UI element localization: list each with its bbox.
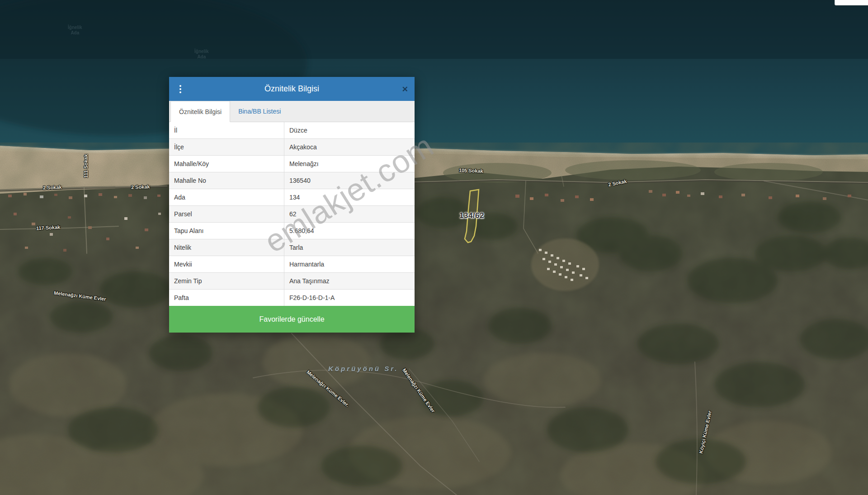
map-viewport: İğnelikAda İğnelikAda 111 Sokak 2 Sokak … — [0, 0, 868, 495]
row-label: Mevkii — [169, 256, 284, 273]
modal-tabs: Öznitelik Bilgisi Bina/BB Listesi — [169, 101, 415, 122]
land-grain — [0, 143, 868, 495]
modal-title: Öznitelik Bilgisi — [264, 84, 319, 94]
table-row: Tapu Alanı5.680,64 — [169, 223, 415, 239]
parcel-number-label: 134/62 — [459, 211, 484, 220]
row-label: Ada — [169, 189, 284, 206]
row-label: İl — [169, 122, 284, 139]
row-label: Tapu Alanı — [169, 223, 284, 239]
row-label: Parsel — [169, 206, 284, 223]
faint-sea-label: İğnelikAda — [68, 25, 82, 36]
modal-header: Öznitelik Bilgisi ✕ — [169, 77, 415, 101]
tab-oznitelik-bilgisi[interactable]: Öznitelik Bilgisi — [170, 101, 230, 122]
attribute-table: İlDüzce İlçeAkçakoca Mahalle/KöyMelenağz… — [169, 122, 415, 306]
row-label: İlçe — [169, 139, 284, 156]
street-label-105-sokak: 105 Sokak — [459, 167, 483, 174]
table-row: Ada134 — [169, 189, 415, 206]
street-label-kopruyonu: Köprüyönü Sr. — [328, 365, 398, 372]
row-value: F26-D-16-D-1-A — [284, 290, 415, 306]
table-row: Zemin TipAna Taşınmaz — [169, 273, 415, 290]
close-icon[interactable]: ✕ — [402, 85, 408, 93]
street-label-2-sokak: 2 Sokak — [43, 184, 62, 190]
row-label: Nitelik — [169, 239, 284, 256]
cropped-toolbar-button[interactable] — [835, 0, 868, 5]
street-label-111-sokak: 111 Sokak — [83, 154, 89, 178]
table-row: PaftaF26-D-16-D-1-A — [169, 290, 415, 306]
table-row: Mahalle No136540 — [169, 172, 415, 189]
kebab-menu-icon[interactable] — [179, 85, 181, 93]
row-value: Tarla — [284, 239, 415, 256]
row-label: Mahalle No — [169, 172, 284, 189]
row-label: Mahalle/Köy — [169, 156, 284, 172]
row-label: Zemin Tip — [169, 273, 284, 290]
row-value: Akçakoca — [284, 139, 415, 156]
satellite-map[interactable] — [0, 0, 868, 495]
tab-bina-bb-listesi[interactable]: Bina/BB Listesi — [230, 101, 289, 122]
street-label-2-sokak: 2 Sokak — [131, 184, 150, 190]
table-row: Parsel62 — [169, 206, 415, 223]
table-row: İlçeAkçakoca — [169, 139, 415, 156]
row-value: 134 — [284, 189, 415, 206]
row-value: 136540 — [284, 172, 415, 189]
favorites-update-button[interactable]: Favorilerde güncelle — [169, 306, 415, 333]
row-label: Pafta — [169, 290, 284, 306]
row-value: 62 — [284, 206, 415, 223]
row-value: Ana Taşınmaz — [284, 273, 415, 290]
faint-sea-label: İğnelikAda — [194, 49, 209, 60]
table-row: MevkiiHarmantarla — [169, 256, 415, 273]
row-value: Düzce — [284, 122, 415, 139]
row-value: Melenağzı — [284, 156, 415, 172]
table-row: Mahalle/KöyMelenağzı — [169, 156, 415, 172]
row-value: 5.680,64 — [284, 223, 415, 239]
table-row: İlDüzce — [169, 122, 415, 139]
attribute-info-modal: Öznitelik Bilgisi ✕ Öznitelik Bilgisi Bi… — [169, 77, 415, 333]
table-row: NitelikTarla — [169, 239, 415, 256]
row-value: Harmantarla — [284, 256, 415, 273]
